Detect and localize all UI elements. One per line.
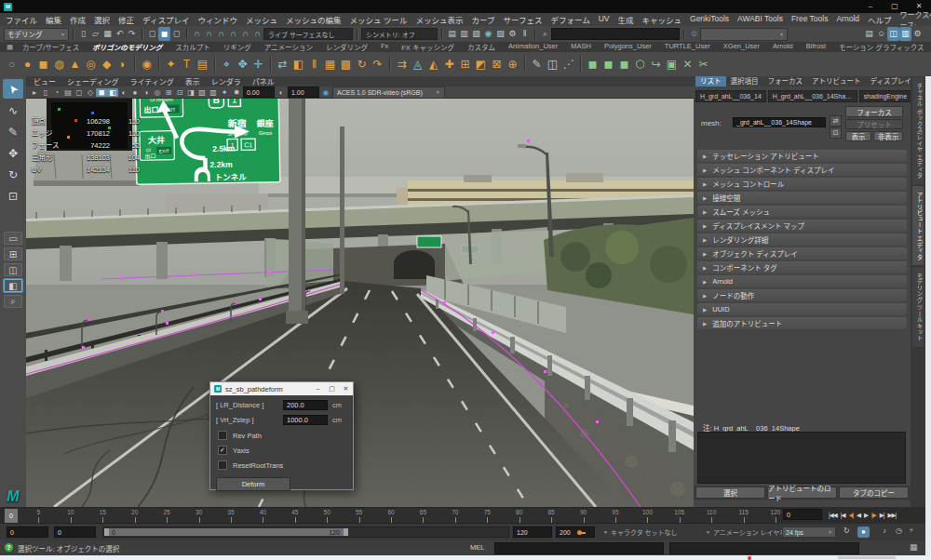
pathdeform-dialog[interactable]: M sz_sb_pathdeform –▢✕ [ LR_Distance ]20… xyxy=(209,381,354,490)
delete-history-icon[interactable]: ✕ xyxy=(680,53,695,75)
step-forward-key-button[interactable]: |▶ xyxy=(870,512,878,519)
panel-menu-item[interactable]: ビュー xyxy=(34,76,56,87)
menu-item[interactable]: 修正 xyxy=(118,14,134,25)
shelf-tab[interactable]: カスタム xyxy=(461,42,502,52)
target-weld-icon[interactable]: ◩ xyxy=(473,53,489,75)
focus-button[interactable]: フォーカス xyxy=(845,106,903,117)
time-slider[interactable]: 0 05101520253035404550556065707580859095… xyxy=(0,507,925,524)
boolean-intersect-icon[interactable]: ◼ xyxy=(616,53,632,75)
menu-item[interactable]: Free Tools xyxy=(791,14,829,25)
lattice-icon[interactable]: ▣ xyxy=(664,53,680,75)
multisample-icon[interactable]: ⊞ xyxy=(163,88,174,97)
locator-icon[interactable]: ✥ xyxy=(235,53,250,75)
select-button[interactable]: 選択 xyxy=(695,487,765,499)
dialog-close-button[interactable]: ✕ xyxy=(339,385,353,393)
shelf-tab[interactable]: Arnold xyxy=(766,42,800,52)
undo-icon[interactable]: ↶ xyxy=(114,27,126,41)
attribute-section[interactable]: ▶メッシュ コントロール xyxy=(697,178,907,190)
hide-button[interactable]: 非表示 xyxy=(873,131,903,141)
panel-menu-item[interactable]: パネル xyxy=(252,76,275,87)
attribute-section[interactable]: ▶スムーズ メッシュ xyxy=(697,206,907,218)
deform-button[interactable]: Deform xyxy=(216,477,290,491)
panel-menu-item[interactable]: シェーディング xyxy=(67,76,118,87)
script-editor-icon[interactable]: ▦ xyxy=(910,542,918,552)
shelf-tab[interactable]: Animation_User xyxy=(502,42,564,52)
checkbox[interactable]: ✓ xyxy=(218,446,227,455)
sidebar-tab[interactable]: チャネル ボックス/レイヤ エディタ xyxy=(912,77,924,184)
scale-tool[interactable]: ⊡ xyxy=(3,186,23,206)
attribute-section[interactable]: ▶オブジェクト ディスプレイ xyxy=(697,247,907,260)
menu-item[interactable]: UV xyxy=(599,14,610,25)
boolean-difference-icon[interactable]: ◼ xyxy=(600,53,616,75)
ae-tab[interactable]: H_grd_ahL__036_14 xyxy=(695,90,766,102)
range-start-handle[interactable] xyxy=(104,528,109,536)
attribute-section[interactable]: ▶テッセレーション アトリビュート xyxy=(697,150,907,162)
move-tool[interactable]: ✥ xyxy=(3,143,23,163)
dialog-title-bar[interactable]: M sz_sb_pathdeform –▢✕ xyxy=(210,382,353,395)
create-text-icon[interactable]: T xyxy=(179,53,195,75)
construction-plane-icon[interactable]: ⌖ xyxy=(219,53,235,75)
dialog-checkbox-row[interactable]: ResetRootTrans xyxy=(218,460,347,470)
wrap-icon[interactable]: ↷ xyxy=(370,53,385,75)
menu-item[interactable]: カーブ xyxy=(471,14,494,25)
redo-icon[interactable]: ↷ xyxy=(126,27,138,41)
input-connection-icon[interactable]: ⇄ xyxy=(830,115,842,127)
ae-menu-item[interactable]: アトリビュート xyxy=(807,76,866,87)
shelf-tab[interactable]: ポリゴンのモデリング xyxy=(86,42,169,52)
gamma-field[interactable]: 1.00 xyxy=(288,87,319,98)
separate-icon[interactable]: ◧ xyxy=(290,53,306,75)
search-input[interactable] xyxy=(551,28,680,40)
dialog-field-input[interactable]: 200.0 xyxy=(283,400,328,410)
layout-four-pane[interactable]: ⊞ xyxy=(4,247,22,260)
sculpt-icon[interactable]: ◉ xyxy=(139,53,155,75)
shading-smooth-icon[interactable]: ◼ xyxy=(96,88,107,97)
gamma-icon[interactable]: ◐ xyxy=(276,88,287,97)
render-settings-icon[interactable]: ▧ xyxy=(470,27,482,41)
slide-edge-icon[interactable]: ⋰ xyxy=(560,53,576,75)
poly-plane-icon[interactable]: ◆ xyxy=(99,53,115,75)
quad-draw-icon[interactable]: ⊠ xyxy=(489,53,505,75)
poly-cone-icon[interactable]: ▲ xyxy=(67,53,83,75)
attribute-section[interactable]: ▶Arnold xyxy=(697,275,907,287)
bookmark-icon[interactable]: ▤ xyxy=(62,88,74,97)
dialog-checkbox-row[interactable]: ✓Yaxis xyxy=(218,446,347,455)
panel-menu-item[interactable]: ライティング xyxy=(129,76,173,87)
copy-tab-button[interactable]: タブのコピー xyxy=(839,487,909,499)
xray-icon[interactable]: ▨ xyxy=(196,88,208,97)
retopo-icon[interactable]: ↪ xyxy=(648,53,664,75)
command-input[interactable] xyxy=(494,542,664,554)
step-forward-frame-button[interactable]: ▶| xyxy=(878,512,886,519)
menu-item[interactable]: ディスプレイ xyxy=(142,14,189,25)
shelf-tab[interactable]: モーション グラフィックス xyxy=(832,42,931,52)
lighting-icon[interactable]: ◐ xyxy=(118,88,129,97)
ae-menu-item[interactable]: ディスプレイ xyxy=(866,76,916,87)
panel-menu-item[interactable]: 表示 xyxy=(185,76,200,87)
colorspace-dropdown[interactable]: ACES 1.0 SDR-video (sRGB) ▼ xyxy=(332,87,445,99)
menu-item[interactable]: GenkiTools xyxy=(690,14,729,25)
make-live-icon[interactable]: ∩ xyxy=(251,27,263,41)
animation-start-field[interactable]: 0 xyxy=(7,527,48,538)
edge-flow-icon[interactable]: ◫ xyxy=(545,53,560,75)
menu-item[interactable]: 選択 xyxy=(94,14,110,25)
shelf-tab[interactable]: Polygons_User xyxy=(598,42,658,52)
attribute-section[interactable]: ▶追加のアトリビュート xyxy=(697,317,907,329)
reduce-icon[interactable]: ▩ xyxy=(338,53,354,75)
ae-menu-item[interactable]: フォーカス xyxy=(763,76,808,87)
menu-item[interactable]: Arnold xyxy=(836,14,859,25)
snap-grid-icon[interactable]: ∩ xyxy=(191,27,203,41)
lasso-select-tool[interactable]: ∿ xyxy=(3,100,23,120)
playback-start-field[interactable]: 0 xyxy=(54,527,96,538)
poly-cube-icon[interactable]: ◼ xyxy=(35,53,51,75)
workspace-grid-icon[interactable]: ◫ xyxy=(887,27,899,41)
go-to-end-button[interactable]: ▶▶| xyxy=(885,512,897,519)
layout-single-pane[interactable]: ▭ xyxy=(4,232,22,245)
presets-button[interactable]: プリセット xyxy=(845,119,903,129)
sidebar-tab[interactable]: アトリビュート エディタ xyxy=(912,186,924,265)
menu-item[interactable]: メッシュ表示 xyxy=(415,14,463,25)
create-star-icon[interactable]: ✦ xyxy=(163,53,179,75)
menu-item[interactable]: メッシュの編集 xyxy=(286,14,342,25)
search-icon[interactable]: ⌕ xyxy=(539,27,551,41)
live-surface-field[interactable]: ライブ サーフェスなし xyxy=(263,28,353,40)
range-slider-bar[interactable]: 0 120 xyxy=(104,528,348,536)
animation-prefs-icon[interactable]: ◷ xyxy=(896,527,902,535)
